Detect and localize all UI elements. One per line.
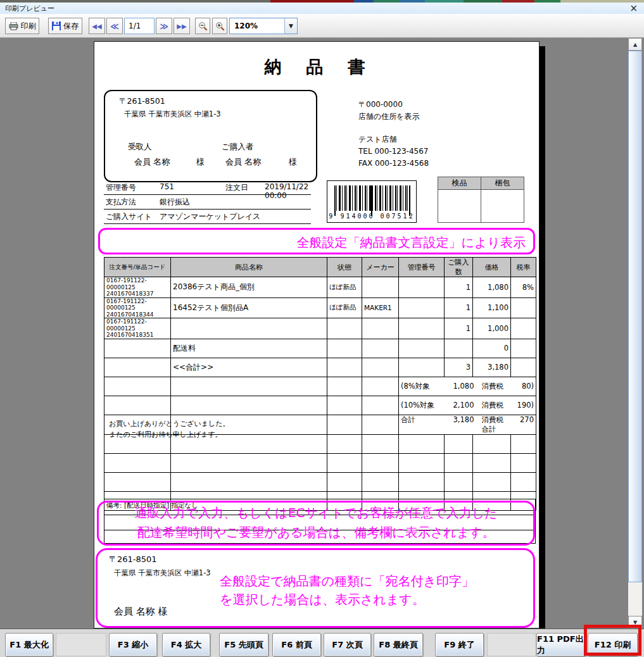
zoom-out-button[interactable] [195,18,210,34]
scrollbar-thumb[interactable] [628,51,642,582]
item-row: 0167-191122-00000125240167041833720386テス… [104,277,536,298]
page-shadow [540,46,545,629]
tax-summary-row: 合計3,180消費税合計270 [104,415,536,434]
order-row-3: ご購入サイト アマゾンマーケットプレイス [104,210,311,224]
inspection-packing-table: 検品 梱包 [438,177,524,223]
f11-pdf-output-button[interactable]: F11 PDF出力 [536,633,586,656]
item-row: 0167-191122-00000125240167041835111,000 [104,318,536,339]
f3-shrink-button[interactable]: F3 縮小 [109,633,157,656]
col-tax-rate: 税率 [511,258,536,277]
barcode-digits: 9 914000 007512 [327,213,416,220]
packing-header: 梱包 [481,177,524,190]
printer-icon [9,22,18,30]
first-page-button[interactable]: ◀◀ [89,18,105,34]
zoom-in-button[interactable] [212,18,227,34]
item-row: 配送料0 [104,339,536,358]
empty-row [104,434,536,453]
buyer-suffix: 様 [289,156,297,168]
vertical-scrollbar[interactable]: ▲ ▼ [628,38,642,629]
title-bar: 印刷プレビュー × [0,3,644,14]
packing-cell [481,190,524,223]
col-order-number: 注文番号/単品コード [104,258,171,277]
window-title: 印刷プレビュー [5,4,54,13]
scroll-up-icon: ▲ [633,42,637,47]
function-key-bar: F1 最大化 F3 縮小 F4 拡大 F5 先頭頁 F6 前頁 F7 次頁 F8… [0,629,644,657]
prev-page-button[interactable]: ≪ [106,18,123,34]
remarks-annotation-line2: 配達希望時間やご要望がある場合は、備考欄に表示されます。 [99,524,533,541]
mgmt-value: 751 [160,182,174,191]
next-page-button[interactable]: ≫ [156,18,172,34]
payment-label: 支払方法 [106,197,136,208]
scroll-up-button[interactable]: ▲ [628,38,642,51]
first-page-icon: ◀◀ [92,23,101,30]
payment-value: 銀行振込 [160,197,190,208]
f1-maximize-button[interactable]: F1 最大化 [5,633,53,656]
order-date-label: 注文日 [225,182,248,193]
f6-prev-page-button[interactable]: F6 前頁 [272,633,321,656]
recipient-postal: 〒261-8501 [119,96,165,107]
address-annotation-box: 〒261-8501 千葉県 千葉市美浜区 中瀬1-3 会員 名称 様 全般設定で… [96,548,535,628]
barcode: 9 914000 007512 [327,180,417,223]
save-button[interactable]: 保存 [48,18,82,34]
greeting-annotation-text: 全般設定「納品書文言設定」により表示 [297,234,526,251]
close-icon[interactable]: × [629,3,638,14]
remarks-annotation-line1: 通販入力で入力、もしくはECサイトでお客様が任意で入力した [99,504,533,522]
greeting-annotation-box: お買い上げありがとうございました。 またのご利用お待ち申し上げます。 全般設定「… [98,228,535,254]
item-row: <<合計>>33,180 [104,358,536,377]
chevron-down-icon[interactable]: ▼ [284,18,297,34]
print-button[interactable]: 印刷 [5,18,39,34]
order-row-1: 管理番号 751 注文日 2019/11/22 00:00 [104,180,311,195]
toolbar: 印刷 保存 ◀◀ ≪ 1/1 ≫ ▶▶ 120% ▼ [0,14,644,38]
col-maker: メーカー [362,258,399,277]
order-row-2: 支払方法 銀行振込 [104,195,311,210]
zoom-level-value: 120% [230,22,284,30]
col-mgmt-number: 管理番号 [399,258,445,277]
f4-enlarge-button[interactable]: F4 拡大 [162,633,210,656]
zoom-in-icon [215,22,225,31]
receiver-name: 会員 名称 [134,156,170,168]
barcode-bars [334,185,410,211]
floppy-disk-icon [52,22,61,30]
f9-exit-button[interactable]: F9 終了 [435,633,484,656]
f10-blank-slot [487,633,536,656]
shop-fax: FAX 000-123-4568 [358,158,429,170]
last-page-button[interactable]: ▶▶ [174,18,190,34]
items-table: 注文番号/単品コード 商品名称 状態 メーカー 管理番号 ご購入数 価格 税率 … [104,257,536,511]
prev-page-icon: ≪ [110,22,119,31]
mgmt-label: 管理番号 [106,182,136,193]
shop-info: 〒000-0000 店舗の住所を表示 テスト店舗 TEL 000-123-456… [358,99,429,170]
page-number-field[interactable]: 1/1 [124,18,155,34]
buyer-label: ご購入者 [222,142,253,153]
purchase-site-label: ご購入サイト [106,211,152,222]
items-table-header-row: 注文番号/単品コード 商品名称 状態 メーカー 管理番号 ご購入数 価格 税率 [104,258,536,277]
recipient-box: 〒261-8501 千葉県 千葉市美浜区 中瀬1-3 受取人 ご購入者 会員 名… [104,90,317,182]
empty-row [104,453,536,472]
scroll-down-button[interactable]: ▼ [628,616,642,629]
inspection-header: 検品 [438,177,481,190]
address-block-address: 千葉県 千葉市美浜区 中瀬1-3 [114,568,211,578]
print-button-label: 印刷 [21,21,36,32]
address-annotation-line1: 全般設定で納品書の種類に「宛名付き印字」 [220,573,474,590]
buyer-name: 会員 名称 [225,156,261,168]
f7-next-page-button[interactable]: F7 次頁 [324,633,371,656]
receiver-suffix: 様 [196,156,205,168]
zoom-level-combobox[interactable]: 120% ▼ [229,18,298,34]
f8-last-page-button[interactable]: F8 最終頁 [374,633,423,656]
empty-row [104,472,536,491]
col-price: 価格 [473,258,511,277]
zoom-out-icon [198,22,208,31]
f12-print-button[interactable]: F12 印刷 [588,633,638,656]
next-page-icon: ≫ [160,22,168,31]
shop-postal: 〒000-0000 [358,99,429,111]
recipient-address: 千葉県 千葉市美浜区 中瀬1-3 [124,110,221,119]
shop-tel: TEL 000-123-4567 [358,146,429,158]
address-block-postal: 〒261-8501 [109,554,157,565]
col-quantity: ご購入数 [445,258,473,277]
f5-first-page-button[interactable]: F5 先頭頁 [219,633,268,656]
tax-summary-row: (10%対象2,100消費税190) [104,396,536,415]
shop-name: テスト店舗 [358,134,429,146]
remarks-annotation-box: 通販入力で入力、もしくはECサイトでお客様が任意で入力した 配達希望時間やご要望… [97,501,535,546]
scroll-down-icon: ▼ [633,620,637,625]
inspection-cell [438,190,481,223]
col-product-name: 商品名称 [171,258,327,277]
